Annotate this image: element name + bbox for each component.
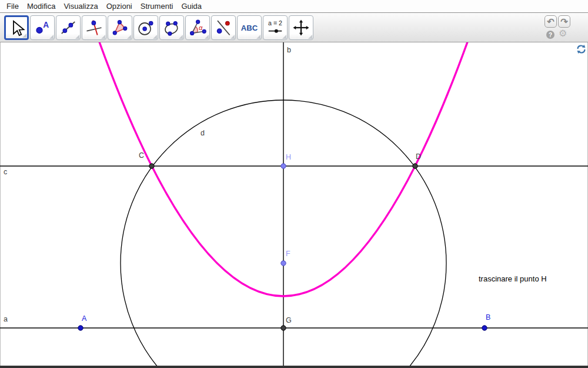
tool-slider-button[interactable]: a = 2 bbox=[263, 15, 288, 40]
annotation-text: trascinare il punto H bbox=[479, 274, 547, 283]
redo-button[interactable]: ↷ bbox=[558, 15, 570, 28]
undo-arrow-icon: ↶ bbox=[547, 17, 554, 26]
point-B[interactable] bbox=[482, 326, 487, 330]
menubar: FileModificaVisualizzaOpzioniStrumentiGu… bbox=[0, 0, 588, 13]
tool-reflection-button[interactable] bbox=[211, 15, 236, 40]
angle-icon: α bbox=[189, 19, 206, 37]
svg-text:a = 2: a = 2 bbox=[268, 19, 282, 26]
label-point-C: C bbox=[139, 152, 144, 160]
label-point-G: G bbox=[286, 317, 292, 324]
geometry-drawing bbox=[0, 42, 588, 366]
label-point-F: F bbox=[286, 250, 290, 258]
tool-polygon-button[interactable] bbox=[108, 15, 132, 40]
menu-visualizza[interactable]: Visualizza bbox=[59, 1, 102, 12]
tool-angle-button[interactable]: α bbox=[185, 15, 210, 40]
perpendicular-line-icon bbox=[85, 19, 103, 37]
settings-button[interactable]: ⚙ bbox=[559, 29, 567, 38]
redo-arrow-icon: ↷ bbox=[560, 17, 568, 26]
text-icon: ABC bbox=[240, 19, 258, 37]
move-view-icon bbox=[292, 19, 310, 37]
point-D[interactable] bbox=[413, 164, 417, 168]
tool-dropdown-arrow-icon[interactable] bbox=[256, 35, 260, 39]
tool-dropdown-arrow-icon[interactable] bbox=[230, 35, 235, 39]
tool-dropdown-arrow-icon[interactable] bbox=[49, 35, 54, 39]
label-circle-d: d bbox=[201, 130, 205, 137]
tool-new-point-button[interactable]: A bbox=[30, 15, 55, 40]
point-H[interactable] bbox=[281, 164, 286, 168]
slider-icon: a = 2 bbox=[266, 19, 284, 37]
label-line-a: a bbox=[4, 316, 8, 323]
graphics-view[interactable]: trascinare il punto H bcadABCDHFG bbox=[0, 42, 588, 366]
tool-dropdown-arrow-icon[interactable] bbox=[75, 35, 79, 39]
tool-line-through-two-points-button[interactable] bbox=[56, 15, 81, 40]
point-icon: A bbox=[34, 19, 51, 37]
tool-perpendicular-line-button[interactable] bbox=[82, 15, 106, 40]
label-point-B: B bbox=[486, 314, 490, 321]
polygon-icon bbox=[111, 19, 129, 37]
menu-guida[interactable]: Guida bbox=[177, 1, 206, 12]
conic-icon bbox=[163, 19, 181, 37]
tool-move-button[interactable] bbox=[4, 15, 29, 40]
geogebra-window: FileModificaVisualizzaOpzioniStrumentiGu… bbox=[0, 0, 588, 368]
menu-modifica[interactable]: Modifica bbox=[23, 1, 59, 12]
point-G[interactable] bbox=[281, 326, 286, 330]
point-C[interactable] bbox=[149, 164, 154, 168]
tool-insert-text-button[interactable]: ABC bbox=[237, 15, 262, 40]
point-A[interactable] bbox=[78, 326, 83, 330]
circle-icon bbox=[137, 19, 155, 37]
menu-opzioni[interactable]: Opzioni bbox=[102, 1, 136, 12]
reflection-icon bbox=[215, 19, 232, 37]
gear-icon: ⚙ bbox=[559, 28, 567, 38]
point-F[interactable] bbox=[281, 261, 286, 266]
tool-dropdown-arrow-icon[interactable] bbox=[179, 35, 183, 39]
tool-move-graphics-view-button[interactable] bbox=[289, 15, 313, 40]
tool-dropdown-arrow-icon[interactable] bbox=[127, 35, 131, 39]
tool-dropdown-arrow-icon[interactable] bbox=[101, 35, 105, 39]
svg-text:A: A bbox=[43, 21, 49, 29]
label-line-b: b bbox=[287, 47, 291, 54]
line-icon bbox=[59, 19, 77, 37]
tool-dropdown-arrow-icon[interactable] bbox=[153, 35, 157, 39]
question-mark-icon: ? bbox=[549, 32, 552, 38]
svg-text:ABC: ABC bbox=[241, 24, 258, 32]
window-bottom-edge bbox=[0, 366, 588, 368]
tool-dropdown-arrow-icon[interactable] bbox=[282, 35, 286, 39]
tool-dropdown-arrow-icon[interactable] bbox=[22, 34, 26, 38]
menu-strumenti[interactable]: Strumenti bbox=[136, 1, 178, 12]
label-point-A: A bbox=[82, 315, 86, 323]
toolbar-actions: ↶ ↷ ? ⚙ bbox=[543, 15, 583, 41]
label-point-D: D bbox=[416, 153, 421, 161]
tool-conic-through-points-button[interactable] bbox=[159, 15, 184, 40]
tool-dropdown-arrow-icon[interactable] bbox=[205, 35, 209, 39]
label-point-H: H bbox=[286, 154, 291, 161]
undo-button[interactable]: ↶ bbox=[544, 15, 557, 28]
tool-dropdown-arrow-icon[interactable] bbox=[308, 35, 312, 39]
help-button[interactable]: ? bbox=[546, 31, 554, 39]
label-line-c: c bbox=[4, 168, 7, 176]
refresh-icon[interactable] bbox=[576, 44, 586, 54]
svg-text:α: α bbox=[199, 24, 203, 31]
toolbar: AαABCa = 2 ↶ ↷ ? ⚙ bbox=[0, 13, 588, 42]
menu-file[interactable]: File bbox=[2, 1, 23, 12]
tool-circle-center-point-button[interactable] bbox=[133, 15, 158, 40]
